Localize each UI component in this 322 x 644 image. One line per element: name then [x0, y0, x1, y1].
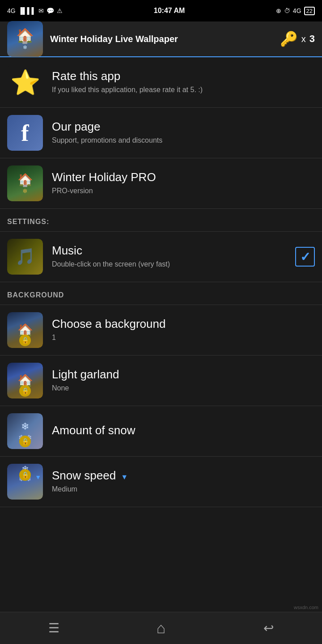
- key-icon: 🔑: [280, 30, 298, 47]
- status-time: 10:47 AM: [154, 7, 185, 15]
- garland-title: Light garland: [52, 368, 315, 381]
- lock-icon-speed: 🔒: [19, 469, 31, 481]
- pro-item[interactable]: 🏠 ❄ Winter Holiday PRO PRO-version: [0, 158, 322, 209]
- music-text: Music Double-click on the screen (very f…: [52, 244, 290, 269]
- star-icon-wrapper: ⭐: [7, 64, 43, 100]
- pro-icon-wrapper: 🏠 ❄: [7, 165, 43, 201]
- signal-bars: ▐▌▌▌: [18, 7, 36, 14]
- signal-text: 4G: [7, 7, 16, 14]
- rate-app-item[interactable]: ⭐ Rate this app If you liked this applic…: [0, 57, 322, 108]
- status-bar: 4G ▐▌▌▌ ✉ 💬 ⚠ 10:47 AM ⊕ ⏱ 4G 22: [0, 0, 322, 21]
- music-checkbox-wrapper[interactable]: ✓: [295, 247, 315, 267]
- app-title: Winter Holiday Live Wallpaper: [50, 34, 280, 44]
- facebook-subtitle: Support, promotions and discounts: [52, 136, 315, 145]
- music-checkbox[interactable]: ✓: [295, 247, 315, 267]
- snow-icon: ❄ ❄ ❄ 🔒: [7, 413, 43, 449]
- app-header-icon: 🏠 ❄: [7, 21, 43, 57]
- music-subtitle: Double-click on the screen (very fast): [52, 259, 290, 269]
- status-left: 4G ▐▌▌▌ ✉ 💬 ⚠: [7, 7, 63, 14]
- music-icon-wrapper: 🎵: [7, 239, 43, 275]
- app-header: 🏠 ❄ Winter Holiday Live Wallpaper 🔑 x 3: [0, 21, 322, 57]
- bottom-spacer: [0, 507, 322, 516]
- facebook-title: Our page: [52, 120, 315, 134]
- home-icon: ⌂: [157, 619, 166, 637]
- watermark: wsxdn.com: [294, 605, 318, 610]
- menu-icon: ☰: [48, 621, 59, 636]
- facebook-item[interactable]: f Our page Support, promotions and disco…: [0, 108, 322, 158]
- choose-background-item[interactable]: 🏠 🔒 Choose a background 1: [0, 305, 322, 356]
- email-icon: ✉: [38, 7, 44, 14]
- snow-title: Amount of snow: [52, 424, 315, 437]
- lock-icon-snow: 🔒: [19, 436, 31, 447]
- bluetooth-icon: ⊕: [276, 7, 281, 14]
- music-title: Music: [52, 244, 290, 258]
- pro-text: Winter Holiday PRO PRO-version: [52, 170, 315, 196]
- choose-bg-title: Choose a background: [52, 317, 315, 331]
- speed-subtitle: Medium: [52, 484, 315, 494]
- header-key-badge: 🔑 x 3: [280, 30, 315, 47]
- rate-app-title: Rate this app: [52, 69, 315, 83]
- facebook-icon-wrapper: f: [7, 115, 43, 151]
- lock-icon-bg: 🔒: [19, 335, 31, 346]
- badge-x: x: [301, 34, 306, 44]
- garland-subtitle: None: [52, 383, 315, 393]
- battery-text: 22: [304, 7, 315, 14]
- speed-arrow-icon: ▼: [121, 473, 128, 481]
- settings-section-header: SETTINGS:: [0, 209, 322, 232]
- facebook-text: Our page Support, promotions and discoun…: [52, 120, 315, 145]
- background-section-header: BACKGROUND: [0, 282, 322, 305]
- whatsapp-icon: 💬: [47, 7, 54, 14]
- speed-text: Snow speed ▼ Medium: [52, 469, 315, 494]
- rate-app-text: Rate this app If you liked this applicat…: [52, 69, 315, 95]
- arrow-down-icon: ▼: [35, 474, 41, 481]
- alert-icon: ⚠: [57, 7, 63, 14]
- lte-text: 4G: [293, 7, 301, 14]
- status-right: ⊕ ⏱ 4G 22: [276, 7, 315, 14]
- choose-bg-icon: 🏠 🔒: [7, 312, 43, 348]
- nav-home-button[interactable]: ⌂: [143, 616, 179, 641]
- garland-text: Light garland None: [52, 368, 315, 393]
- garland-icon: 🏠 🔒: [7, 363, 43, 398]
- back-icon: ↩: [263, 621, 274, 636]
- speed-icon: ❄ ❄ ❄ 🔒 ▼: [7, 464, 43, 500]
- bottom-nav: ☰ ⌂ ↩: [0, 612, 322, 644]
- clock-icon: ⏱: [284, 7, 290, 14]
- snow-amount-item[interactable]: ❄ ❄ ❄ 🔒 Amount of snow: [0, 406, 322, 457]
- light-garland-item[interactable]: 🏠 🔒 Light garland None: [0, 356, 322, 406]
- music-item[interactable]: 🎵 Music Double-click on the screen (very…: [0, 232, 322, 282]
- snow-text: Amount of snow: [52, 424, 315, 439]
- content-area: ⭐ Rate this app If you liked this applic…: [0, 57, 322, 612]
- choose-bg-text: Choose a background 1: [52, 317, 315, 343]
- snow-speed-item[interactable]: ❄ ❄ ❄ 🔒 ▼ Snow speed ▼ Medium: [0, 457, 322, 507]
- nav-back-button[interactable]: ↩: [250, 616, 286, 641]
- checkmark-icon: ✓: [300, 250, 310, 264]
- pro-title: Winter Holiday PRO: [52, 170, 315, 184]
- badge-count: 3: [309, 33, 315, 45]
- nav-menu-button[interactable]: ☰: [36, 616, 72, 641]
- rate-app-subtitle: If you liked this application, please ra…: [52, 85, 315, 95]
- lock-icon-garland: 🔒: [19, 385, 31, 397]
- choose-bg-subtitle: 1: [52, 333, 315, 343]
- speed-title: Snow speed ▼: [52, 469, 315, 483]
- pro-subtitle: PRO-version: [52, 186, 315, 196]
